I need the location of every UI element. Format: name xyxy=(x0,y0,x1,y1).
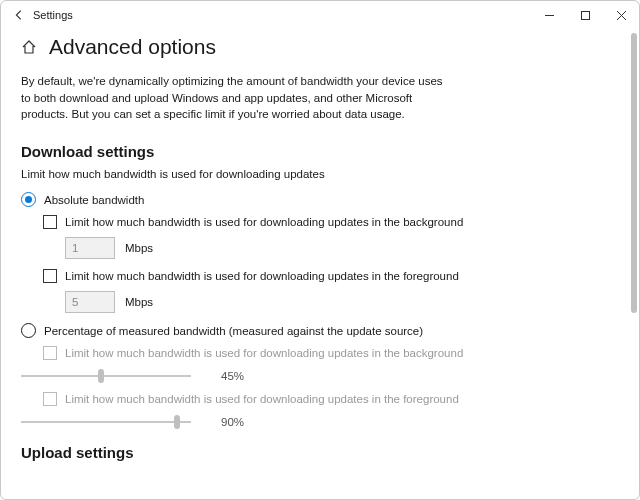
content-area: Advanced options By default, we're dynam… xyxy=(1,29,627,499)
slider-row-bg-percent: 45% xyxy=(21,368,607,384)
intro-text: By default, we're dynamically optimizing… xyxy=(21,73,451,123)
minimize-button[interactable] xyxy=(531,1,567,29)
radio-icon xyxy=(21,192,36,207)
checkbox-download-fg-percent[interactable]: Limit how much bandwidth is used for dow… xyxy=(43,392,607,406)
download-fg-mbps-input[interactable] xyxy=(65,291,115,313)
checkbox-icon xyxy=(43,392,57,406)
back-button[interactable] xyxy=(7,3,31,27)
close-button[interactable] xyxy=(603,1,639,29)
maximize-button[interactable] xyxy=(567,1,603,29)
checkbox-label: Limit how much bandwidth is used for dow… xyxy=(65,270,459,282)
checkbox-download-bg-percent[interactable]: Limit how much bandwidth is used for dow… xyxy=(43,346,607,360)
slider-row-fg-percent: 90% xyxy=(21,414,607,430)
checkbox-label: Limit how much bandwidth is used for dow… xyxy=(65,393,459,405)
input-row-fg-absolute: Mbps xyxy=(65,291,607,313)
download-settings-heading: Download settings xyxy=(21,143,607,160)
checkbox-download-bg-absolute[interactable]: Limit how much bandwidth is used for dow… xyxy=(43,215,607,229)
radio-absolute-bandwidth[interactable]: Absolute bandwidth xyxy=(21,192,607,207)
checkbox-icon xyxy=(43,269,57,283)
percent-value: 45% xyxy=(221,370,261,382)
radio-icon xyxy=(21,323,36,338)
radio-percentage-bandwidth[interactable]: Percentage of measured bandwidth (measur… xyxy=(21,323,607,338)
window-controls xyxy=(531,1,639,29)
download-fg-percent-slider[interactable] xyxy=(21,414,191,430)
checkbox-label: Limit how much bandwidth is used for dow… xyxy=(65,216,463,228)
svg-rect-1 xyxy=(581,11,589,19)
radio-label: Absolute bandwidth xyxy=(44,194,144,206)
home-icon[interactable] xyxy=(21,39,37,55)
upload-settings-heading: Upload settings xyxy=(21,444,607,461)
unit-label: Mbps xyxy=(125,296,153,308)
download-bg-percent-slider[interactable] xyxy=(21,368,191,384)
page-title: Advanced options xyxy=(49,35,216,59)
checkbox-icon xyxy=(43,215,57,229)
checkbox-icon xyxy=(43,346,57,360)
checkbox-label: Limit how much bandwidth is used for dow… xyxy=(65,347,463,359)
page-header: Advanced options xyxy=(21,35,607,59)
unit-label: Mbps xyxy=(125,242,153,254)
scrollbar-thumb[interactable] xyxy=(631,33,637,313)
settings-window: Settings Advanced options By default, we… xyxy=(0,0,640,500)
checkbox-download-fg-absolute[interactable]: Limit how much bandwidth is used for dow… xyxy=(43,269,607,283)
download-subdesc: Limit how much bandwidth is used for dow… xyxy=(21,168,607,180)
input-row-bg-absolute: Mbps xyxy=(65,237,607,259)
percent-value: 90% xyxy=(221,416,261,428)
scrollbar[interactable] xyxy=(629,31,637,497)
radio-label: Percentage of measured bandwidth (measur… xyxy=(44,325,423,337)
titlebar: Settings xyxy=(1,1,639,29)
download-bg-mbps-input[interactable] xyxy=(65,237,115,259)
app-title: Settings xyxy=(31,9,73,21)
